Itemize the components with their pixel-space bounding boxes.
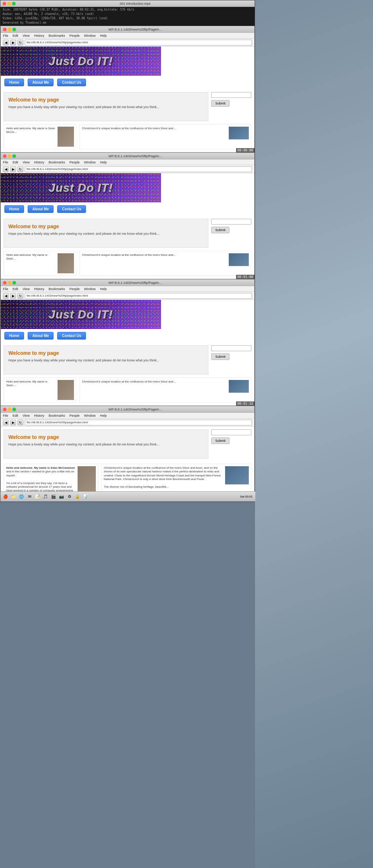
back-button-1[interactable]: ◀ [3,40,9,45]
nav-contact-1[interactable]: Contact Us [57,79,86,86]
menu-bookmarks[interactable]: Bookmarks [48,34,65,37]
menu-window-3[interactable]: Window [84,287,95,291]
browser-menubar-4[interactable]: File Edit View History Bookmarks People … [1,413,254,419]
back-button-4[interactable]: ◀ [3,420,9,425]
menu-view-2[interactable]: View [23,160,30,164]
close-button[interactable] [3,2,6,5]
nav-home-3[interactable]: Home [4,332,24,340]
menu-history[interactable]: History [34,34,44,37]
submit-btn-3[interactable]: Submit [211,353,229,360]
browser-max-4[interactable] [12,408,16,411]
browser-menubar-3[interactable]: File Edit View History Bookmarks People … [1,286,254,292]
url-bar-2[interactable]: file:///B:/B.8.1-1403/new%20ftp/page/ind… [25,166,252,172]
sidebar-input-2[interactable] [211,219,251,225]
menu-people[interactable]: People [69,34,79,37]
nav-home-1[interactable]: Home [4,79,24,86]
taskbar-icon-apple[interactable]: 🍎 [2,493,9,500]
sidebar-input-3[interactable] [211,345,251,351]
nav-about-1[interactable]: About Me [28,79,54,86]
menu-history-3[interactable]: History [34,287,44,291]
taskbar-icon-photos[interactable]: 📷 [58,493,65,500]
menu-help-4[interactable]: Help [100,414,107,417]
nav-contact-2[interactable]: Contact Us [57,205,86,213]
sidebar-input-1[interactable] [211,92,251,98]
forward-button-1[interactable]: ▶ [10,40,16,45]
browser-min-4[interactable] [8,408,11,411]
menu-edit[interactable]: Edit [13,34,19,37]
browser-min-2[interactable] [8,154,11,158]
submit-btn-1[interactable]: Submit [211,100,229,107]
browser-menubar-2[interactable]: File Edit View History Bookmarks People … [1,159,254,165]
menu-history-2[interactable]: History [34,160,44,164]
nav-about-2[interactable]: About Me [28,205,54,213]
browser-close-2[interactable] [3,154,7,158]
taskbar-icon-finder[interactable]: 📁 [10,493,17,500]
menu-edit-3[interactable]: Edit [13,287,19,291]
menu-history-4[interactable]: History [34,414,44,417]
taskbar-icon-security[interactable]: 🔒 [74,493,81,500]
submit-btn-4[interactable]: Submit [211,437,229,444]
menu-help-3[interactable]: Help [100,287,107,291]
menu-file[interactable]: File [3,34,8,37]
menu-window-2[interactable]: Window [84,160,95,164]
website-content-1: Just Do IT! Home About Me Contact Us Wel… [1,47,254,152]
forward-button-3[interactable]: ▶ [10,293,16,299]
menu-view-4[interactable]: View [23,414,30,417]
minimize-button[interactable] [7,2,11,5]
browser-max-1[interactable] [12,28,16,31]
taskbar-icon-notes[interactable]: 📝 [34,493,41,500]
menu-edit-2[interactable]: Edit [13,160,19,164]
taskbar-icon-docs[interactable]: 📊 [82,493,89,500]
reload-button-1[interactable]: ↻ [17,40,23,45]
taskbar-icon-music[interactable]: 🎵 [42,493,49,500]
nav-contact-3[interactable]: Contact Us [57,332,86,340]
url-bar-4[interactable]: file:///B:/B.8.1-1403/new%20ftp/page/ind… [25,420,252,425]
menu-view-3[interactable]: View [23,287,30,291]
menu-window-4[interactable]: Window [84,414,95,417]
browser-max-2[interactable] [12,154,16,158]
taskbar-icon-mail[interactable]: ✉ [26,493,33,500]
menu-people-2[interactable]: People [69,160,79,164]
menu-file-3[interactable]: File [3,287,8,291]
taskbar-icon-video[interactable]: 🎬 [50,493,57,500]
nav-about-3[interactable]: About Me [28,332,54,340]
menu-window[interactable]: Window [84,34,95,37]
menu-view[interactable]: View [23,34,30,37]
browser-close-1[interactable] [3,28,7,31]
submit-btn-2[interactable]: Submit [211,227,229,233]
maximize-button[interactable] [12,2,16,5]
reload-button-4[interactable]: ↻ [17,420,23,425]
menu-file-4[interactable]: File [3,414,8,417]
browser-min-1[interactable] [8,28,11,31]
menu-file-2[interactable]: File [3,160,8,164]
back-button-3[interactable]: ◀ [3,293,9,299]
menu-help-2[interactable]: Help [100,160,107,164]
thumbnail-panel-4: WP B.8.1-1403/new%20ftp/PageIn... File E… [0,406,255,502]
menu-bookmarks-2[interactable]: Bookmarks [48,160,65,164]
page-wrapper: 001 Introduction.mp4 Size: 10878207 byte… [0,0,373,868]
sidebar-input-4[interactable] [211,429,251,435]
taskbar-icon-system[interactable]: ⚙ [66,493,73,500]
forward-button-4[interactable]: ▶ [10,420,16,425]
christchurch-text-2: Christchurch's unique location at the co… [82,253,249,257]
taskbar-icon-browser[interactable]: 🌐 [18,493,25,500]
back-button-2[interactable]: ◀ [3,166,9,172]
menu-edit-4[interactable]: Edit [13,414,19,417]
nav-home-2[interactable]: Home [4,205,24,213]
browser-min-3[interactable] [8,281,11,285]
menu-help[interactable]: Help [100,34,107,37]
browser-max-3[interactable] [12,281,16,285]
browser-menubar-1[interactable]: File Edit View History Bookmarks People … [1,33,254,39]
forward-button-2[interactable]: ▶ [10,166,16,172]
menu-bookmarks-3[interactable]: Bookmarks [48,287,65,291]
menu-people-4[interactable]: People [69,414,79,417]
reload-button-2[interactable]: ↻ [17,166,23,172]
reload-button-3[interactable]: ↻ [17,293,23,299]
menu-people-3[interactable]: People [69,287,79,291]
menu-bookmarks-4[interactable]: Bookmarks [48,414,65,417]
url-bar-3[interactable]: file:///B:/B.8.1-1403/new%20ftp/page/ind… [25,293,252,299]
browser-close-4[interactable] [3,408,7,411]
url-bar-1[interactable]: file:///B:/B.8.1-1403/new%20ftp/page/ind… [25,40,252,45]
welcome-title-1: Welcome to my page [8,97,204,103]
browser-close-3[interactable] [3,281,7,285]
